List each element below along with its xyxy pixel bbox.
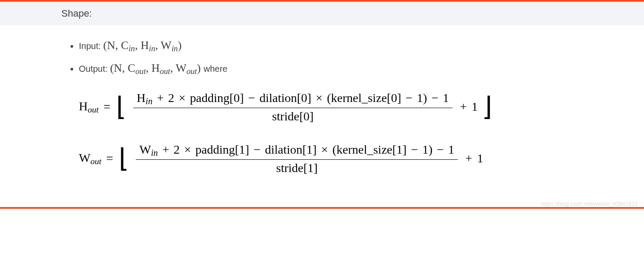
where-text: where [204, 64, 227, 74]
output-item: Output: (N, Cout, Hout, Wout) where [79, 57, 583, 80]
hout-numerator: Hin + 2 × padding[0] − dilation[0] × (ke… [133, 90, 453, 108]
section-header: Shape: [0, 2, 644, 25]
wout-fraction: Win + 2 × padding[1] − dilation[1] × (ke… [136, 142, 458, 175]
wout-formula: Wout = ⌊ Win + 2 × padding[1] − dilation… [79, 142, 583, 175]
wout-formula-container: Wout = ⌊ Win + 2 × padding[1] − dilation… [79, 142, 583, 181]
section-body: Input: (N, Cin, Hin, Win) Output: (N, Co… [0, 25, 644, 207]
hout-formula: Hout = ⌊ Hin + 2 × padding[0] − dilation… [79, 90, 583, 123]
hout-formula-container: Hout = ⌊ Hin + 2 × padding[0] − dilation… [79, 90, 583, 130]
shape-list: Input: (N, Cin, Hin, Win) Output: (N, Co… [61, 34, 583, 80]
wout-numerator: Win + 2 × padding[1] − dilation[1] × (ke… [136, 142, 458, 160]
hout-fraction: Hin + 2 × padding[0] − dilation[0] × (ke… [133, 90, 453, 123]
input-label: Input: [79, 41, 103, 51]
input-item: Input: (N, Cin, Hin, Win) [79, 34, 583, 57]
floor-right-icon: ⌋ [481, 100, 493, 114]
output-label: Output: [79, 64, 110, 74]
wout-denominator: stride[1] [272, 160, 321, 175]
hout-denominator: stride[0] [269, 108, 317, 123]
output-tuple: (N, Cout, Hout, Wout) [110, 62, 204, 74]
hout-lhs: Hout [79, 99, 99, 115]
section-title: Shape: [61, 8, 92, 19]
floor-left-icon: ⌊ [115, 100, 127, 114]
watermark: https://blog.csdn.net/weixin_43981621 [0, 200, 644, 207]
hout-scroll[interactable]: Hout = ⌊ Hin + 2 × padding[0] − dilation… [79, 90, 583, 130]
shape-section: Shape: Input: (N, Cin, Hin, Win) Output:… [0, 0, 644, 209]
floor-left-icon: ⌊ [118, 151, 130, 166]
wout-scroll[interactable]: Wout = ⌊ Win + 2 × padding[1] − dilation… [79, 142, 583, 181]
input-tuple: (N, Cin, Hin, Win) [103, 39, 182, 52]
wout-lhs: Wout [79, 151, 101, 166]
